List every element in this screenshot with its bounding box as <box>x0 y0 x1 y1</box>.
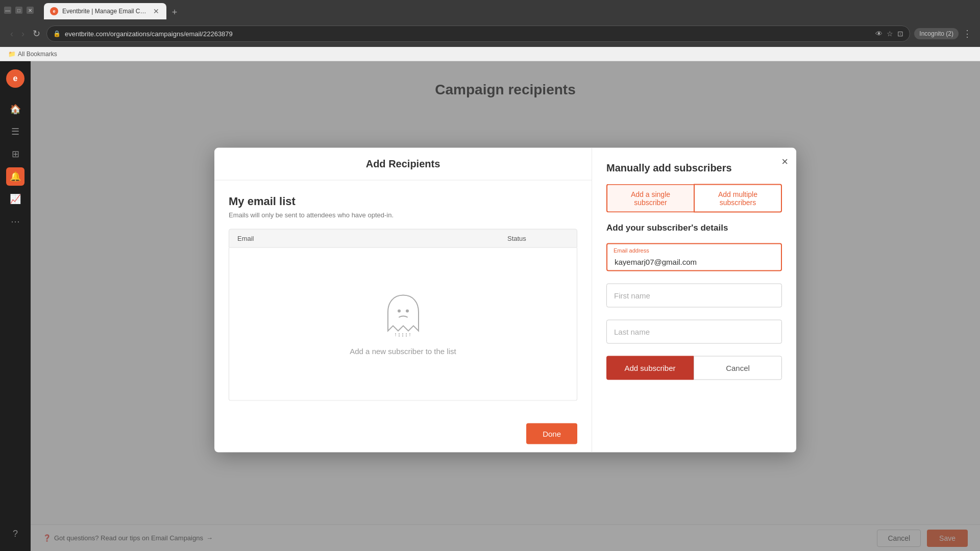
email-list-subtitle: Emails will only be sent to attendees wh… <box>229 211 577 219</box>
table-empty-area: Add a new subscriber to the list <box>229 248 577 401</box>
dialog-right-panel: Manually add subscribers Add a single su… <box>592 148 796 453</box>
security-icon: 🔒 <box>53 30 61 37</box>
sidebar-item-help[interactable]: ? <box>6 524 24 543</box>
table-header: Email Status <box>229 229 577 248</box>
email-field-wrapper: Email address <box>606 243 782 271</box>
add-recipients-dialog: × Add Recipients My email list Emails wi… <box>214 148 796 453</box>
first-name-input[interactable] <box>606 284 782 308</box>
star-icon[interactable]: ☆ <box>887 30 893 38</box>
sidebar-item-home[interactable]: 🏠 <box>6 100 24 118</box>
sidebar-item-apps[interactable]: ⋯ <box>6 212 24 231</box>
address-bar[interactable]: 🔒 eventbrite.com/organizations/campaigns… <box>46 26 910 42</box>
back-button[interactable]: ‹ <box>8 27 15 41</box>
sidebar-item-list[interactable]: ☰ <box>6 122 24 141</box>
tab-multiple-subscribers[interactable]: Add multiple subscribers <box>694 184 782 213</box>
tab-single-subscriber[interactable]: Add a single subscriber <box>606 184 694 213</box>
reload-button[interactable]: ↻ <box>31 26 42 41</box>
email-list-title: My email list <box>229 195 577 208</box>
tab-close-icon[interactable]: ✕ <box>152 6 160 16</box>
new-tab-button[interactable]: + <box>167 5 182 19</box>
ghost-illustration <box>383 293 424 339</box>
tab-favicon: e <box>50 7 58 15</box>
sidebar-logo: e <box>6 69 24 88</box>
svg-point-1 <box>406 310 409 313</box>
active-tab[interactable]: e Eventbrite | Manage Email Car... ✕ <box>44 3 166 19</box>
last-name-input[interactable] <box>606 320 782 344</box>
incognito-badge[interactable]: Incognito (2) <box>914 28 959 39</box>
bookmarks-folder-icon: 📁 <box>8 51 16 58</box>
dialog-title: Add Recipients <box>214 148 592 181</box>
url-display: eventbrite.com/organizations/campaigns/e… <box>65 30 233 38</box>
subscriber-details-title: Add your subscriber's details <box>606 223 782 233</box>
forward-button[interactable]: › <box>19 27 27 41</box>
add-subscriber-button[interactable]: Add subscriber <box>606 356 694 380</box>
manually-add-title: Manually add subscribers <box>606 162 782 174</box>
sidebar-item-grid[interactable]: ⊞ <box>6 145 24 163</box>
maximize-button[interactable]: □ <box>15 7 22 14</box>
eye-off-icon: 👁 <box>875 30 883 38</box>
sidebar: e 🏠 ☰ ⊞ 🔔 📈 ⋯ ? <box>0 61 31 551</box>
done-button[interactable]: Done <box>526 423 577 444</box>
cast-icon[interactable]: ⊡ <box>897 30 903 38</box>
main-content: Campaign recipients ❓ Got questions? Rea… <box>31 61 980 551</box>
dialog-left-panel: Add Recipients My email list Emails will… <box>214 148 592 453</box>
subscriber-tabs: Add a single subscriber Add multiple sub… <box>606 184 782 213</box>
tab-title: Eventbrite | Manage Email Car... <box>62 8 148 15</box>
empty-list-text: Add a new subscriber to the list <box>350 347 456 356</box>
sidebar-item-analytics[interactable]: 📈 <box>6 190 24 208</box>
minimize-button[interactable]: — <box>4 7 11 14</box>
first-name-field-wrapper <box>606 284 782 308</box>
dialog-close-button[interactable]: × <box>781 156 788 167</box>
svg-point-0 <box>398 310 401 313</box>
table-col-status: Status <box>507 235 569 242</box>
form-actions: Add subscriber Cancel <box>606 356 782 380</box>
sidebar-item-notifications[interactable]: 🔔 <box>6 167 24 186</box>
email-label: Email address <box>614 247 649 254</box>
menu-icon[interactable]: ⋮ <box>963 28 972 39</box>
bookmarks-label: All Bookmarks <box>18 51 57 58</box>
table-col-email: Email <box>237 235 507 242</box>
cancel-dialog-button[interactable]: Cancel <box>694 356 782 380</box>
close-button[interactable]: ✕ <box>27 7 34 14</box>
last-name-field-wrapper <box>606 320 782 344</box>
